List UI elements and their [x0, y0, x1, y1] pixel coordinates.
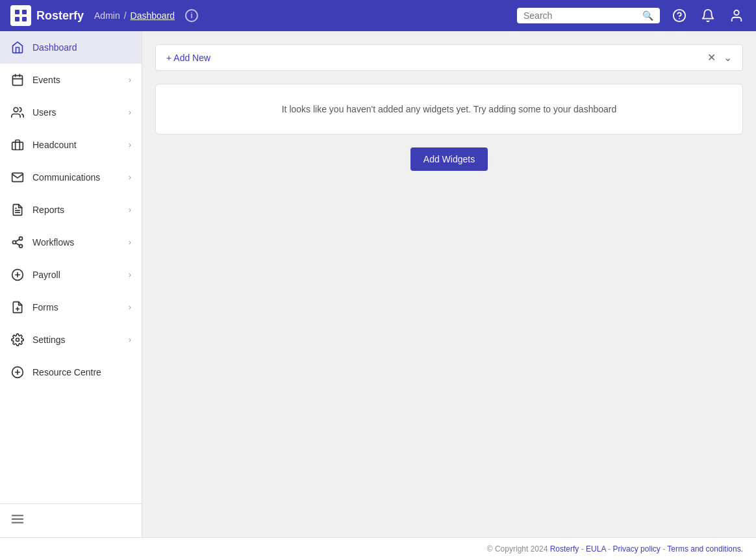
sidebar-label-forms: Forms — [32, 302, 129, 312]
logo-icon — [10, 5, 31, 26]
workflows-icon — [10, 235, 25, 249]
sidebar-label-payroll: Payroll — [32, 270, 129, 280]
info-icon[interactable]: i — [185, 9, 198, 22]
empty-state: It looks like you haven't added any widg… — [155, 84, 743, 134]
breadcrumb: Admin / Dashboard — [94, 10, 175, 21]
users-icon — [10, 105, 25, 120]
sidebar-label-resource-centre: Resource Centre — [32, 367, 131, 377]
nav-icons — [670, 6, 746, 25]
panel-controls: ✕ ⌄ — [707, 51, 732, 64]
app-name: Rosterfy — [36, 9, 84, 23]
copyright-text: © Copyright 2024 — [487, 544, 548, 554]
collapse-panel-icon[interactable]: ⌄ — [724, 51, 732, 64]
help-icon[interactable] — [670, 6, 688, 25]
resource-icon — [10, 365, 25, 379]
svg-rect-12 — [12, 142, 23, 150]
chevron-right-icon: › — [129, 108, 131, 117]
empty-message: It looks like you haven't added any widg… — [175, 104, 723, 114]
sidebar-item-resource-centre[interactable]: Resource Centre — [0, 356, 142, 388]
top-nav: Rosterfy Admin / Dashboard i 🔍 — [0, 0, 756, 31]
sidebar-label-reports: Reports — [32, 205, 129, 215]
add-new-label: + Add New — [166, 53, 210, 63]
add-new-panel: + Add New ✕ ⌄ — [155, 44, 743, 71]
svg-line-18 — [16, 243, 19, 245]
close-panel-icon[interactable]: ✕ — [707, 51, 716, 64]
sidebar-label-workflows: Workflows — [32, 237, 129, 248]
sidebar-item-reports[interactable]: Reports › — [0, 194, 142, 226]
sidebar-item-events[interactable]: Events › — [0, 64, 142, 96]
sidebar-item-headcount[interactable]: Headcount › — [0, 129, 142, 161]
sidebar-label-events: Events — [32, 75, 129, 85]
calendar-icon — [10, 73, 25, 87]
search-icon: 🔍 — [642, 10, 653, 21]
sidebar-label-settings: Settings — [32, 335, 129, 345]
chevron-right-icon: › — [129, 173, 131, 182]
breadcrumb-separator: / — [124, 10, 127, 21]
sidebar: Dashboard Events › — [0, 31, 142, 537]
svg-point-6 — [734, 10, 738, 15]
svg-rect-3 — [22, 17, 27, 21]
sidebar-bottom — [0, 503, 142, 537]
search-box: 🔍 — [517, 8, 660, 23]
sidebar-collapse-button[interactable] — [10, 512, 131, 529]
envelope-icon — [10, 170, 25, 185]
add-widgets-button[interactable]: Add Widgets — [410, 147, 488, 171]
privacy-link[interactable]: Privacy policy — [612, 544, 660, 554]
chevron-right-icon: › — [129, 238, 131, 247]
sidebar-item-workflows[interactable]: Workflows › — [0, 226, 142, 259]
sidebar-item-forms[interactable]: Forms › — [0, 291, 142, 324]
layout: Dashboard Events › — [0, 31, 756, 537]
terms-link[interactable]: Terms and conditions. — [667, 544, 743, 554]
chevron-right-icon: › — [129, 270, 131, 279]
sidebar-item-communications[interactable]: Communications › — [0, 161, 142, 194]
svg-rect-0 — [15, 10, 19, 14]
sidebar-label-users: Users — [32, 107, 129, 118]
main-content: + Add New ✕ ⌄ It looks like you haven't … — [142, 31, 756, 537]
sidebar-item-users[interactable]: Users › — [0, 96, 142, 129]
eula-link[interactable]: EULA — [586, 544, 606, 554]
document-icon — [10, 203, 25, 217]
settings-icon — [10, 333, 25, 347]
svg-point-11 — [14, 108, 18, 112]
payroll-icon — [10, 268, 25, 282]
user-profile-icon[interactable] — [727, 6, 746, 25]
breadcrumb-current[interactable]: Dashboard — [131, 10, 175, 21]
footer-sep2: - — [608, 544, 611, 554]
footer-sep1: - — [581, 544, 584, 554]
chevron-right-icon: › — [129, 303, 131, 312]
svg-rect-1 — [22, 10, 27, 14]
brand-link[interactable]: Rosterfy — [550, 544, 579, 554]
sidebar-label-headcount: Headcount — [32, 140, 129, 150]
chevron-right-icon: › — [129, 205, 131, 214]
sidebar-label-dashboard: Dashboard — [32, 42, 131, 53]
logo[interactable]: Rosterfy — [10, 5, 84, 26]
search-input[interactable] — [523, 10, 638, 21]
chevron-right-icon: › — [129, 335, 131, 344]
forms-icon — [10, 300, 25, 314]
sidebar-item-dashboard[interactable]: Dashboard — [0, 31, 142, 64]
notifications-icon[interactable] — [699, 6, 717, 25]
chevron-right-icon: › — [129, 75, 131, 84]
footer-sep3: - — [662, 544, 665, 554]
home-icon — [10, 40, 25, 55]
sidebar-item-payroll[interactable]: Payroll › — [0, 259, 142, 291]
add-new-button[interactable]: + Add New — [166, 53, 210, 63]
chevron-right-icon: › — [129, 140, 131, 149]
svg-rect-2 — [15, 17, 19, 21]
briefcase-icon — [10, 138, 25, 152]
sidebar-label-communications: Communications — [32, 172, 129, 183]
svg-point-25 — [16, 338, 19, 342]
svg-rect-7 — [13, 75, 23, 85]
sidebar-item-settings[interactable]: Settings › — [0, 324, 142, 356]
breadcrumb-parent: Admin — [94, 10, 120, 21]
footer: © Copyright 2024 Rosterfy - EULA - Priva… — [0, 537, 756, 560]
svg-line-19 — [16, 239, 19, 241]
